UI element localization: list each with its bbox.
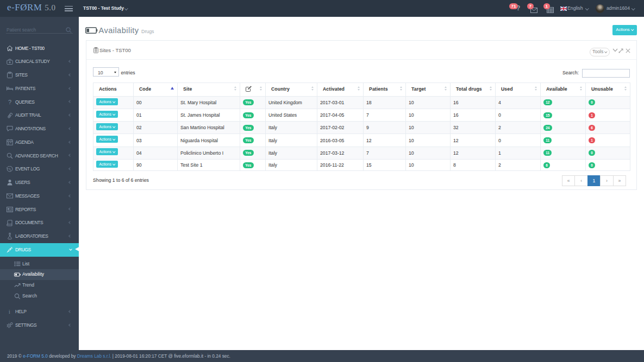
svg-text:?: ? <box>8 99 11 105</box>
svg-text:i: i <box>9 309 10 315</box>
